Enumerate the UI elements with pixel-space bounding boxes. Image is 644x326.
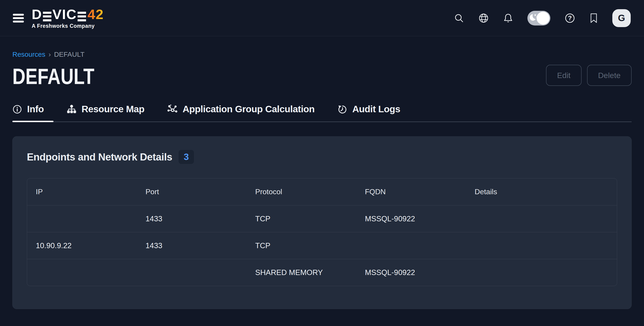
history-icon [338, 104, 347, 114]
table-header-row: IPPortProtocolFQDNDetails [27, 178, 617, 205]
table-row: 1433TCPMSSQL-90922 [27, 205, 617, 232]
table-cell: TCP [246, 232, 356, 259]
column-header: Port [137, 178, 246, 205]
help-icon[interactable]: ? [564, 13, 575, 24]
tab-info[interactable]: Info [12, 104, 54, 122]
brand-number: 42 [88, 8, 104, 21]
bookmark-icon[interactable] [590, 13, 598, 24]
edit-button[interactable]: Edit [546, 65, 582, 86]
table-cell: MSSQL-90922 [356, 205, 466, 232]
column-header: Protocol [246, 178, 356, 205]
table-cell [27, 205, 137, 232]
avatar-initial: G [618, 13, 625, 23]
breadcrumb: Resources › DEFAULT [12, 50, 632, 58]
avatar[interactable]: G [612, 9, 631, 27]
toggle-knob [536, 12, 550, 24]
main-content: Resources › DEFAULT DEFAULT Edit Delete … [0, 36, 644, 309]
page-title: DEFAULT [12, 64, 94, 89]
table-cell: TCP [246, 205, 356, 232]
brand-tagline: A Freshworks Company [32, 24, 104, 29]
delete-button[interactable]: Delete [587, 65, 632, 86]
endpoints-table-head: IPPortProtocolFQDNDetails [27, 178, 617, 205]
menu-icon[interactable] [13, 14, 24, 22]
tab-audit-logs[interactable]: Audit Logs [338, 104, 410, 122]
endpoints-table: IPPortProtocolFQDNDetails 1433TCPMSSQL-9… [27, 178, 617, 286]
tab-label: Application Group Calculation [182, 104, 314, 114]
bell-icon[interactable] [503, 13, 513, 24]
breadcrumb-resources-link[interactable]: Resources [12, 50, 45, 58]
tab-resource-map[interactable]: Resource Map [67, 104, 154, 122]
table-row: SHARED MEMORYMSSQL-90922 [27, 259, 617, 286]
column-header: FQDN [356, 178, 466, 205]
table-cell [27, 259, 137, 286]
breadcrumb-current: DEFAULT [54, 50, 84, 58]
tab-label: Resource Map [82, 104, 144, 114]
card-title: Endpoints and Network Details [27, 151, 172, 163]
tab-application-group-calculation[interactable]: Application Group Calculation [167, 104, 324, 122]
table-cell [466, 232, 617, 259]
stylized-e [43, 12, 52, 21]
column-header: Details [466, 178, 617, 205]
table-cell [356, 232, 466, 259]
circle-nodes-icon [167, 104, 178, 114]
breadcrumb-separator: › [48, 50, 51, 58]
table-cell: 1433 [137, 205, 246, 232]
endpoints-table-body: 1433TCPMSSQL-9092210.90.9.221433TCPSHARE… [27, 205, 617, 286]
table-cell [466, 205, 617, 232]
table-cell [466, 259, 617, 286]
brand-wordmark: DVIC42 [32, 8, 104, 21]
sitemap-icon [67, 104, 76, 114]
globe-icon[interactable] [478, 13, 489, 24]
tab-label: Info [27, 104, 44, 114]
info-circle-icon [12, 104, 22, 114]
search-icon[interactable] [454, 13, 464, 23]
column-header: IP [27, 178, 137, 205]
top-bar: DVIC42 A Freshworks Company [0, 0, 644, 36]
table-cell: SHARED MEMORY [246, 259, 356, 286]
table-cell [137, 259, 246, 286]
table-cell: 10.90.9.22 [27, 232, 137, 259]
count-badge: 3 [178, 150, 194, 164]
tab-label: Audit Logs [352, 104, 400, 114]
table-row: 10.90.9.221433TCP [27, 232, 617, 259]
table-cell: 1433 [137, 232, 246, 259]
table-cell: MSSQL-90922 [356, 259, 466, 286]
stylized-e [78, 12, 86, 21]
tab-bar: Info Resource Map [12, 104, 632, 122]
endpoints-card: Endpoints and Network Details 3 IPPortPr… [12, 136, 632, 309]
dark-mode-toggle[interactable] [528, 11, 550, 26]
device42-logo[interactable]: DVIC42 A Freshworks Company [32, 8, 104, 29]
svg-text:?: ? [568, 14, 572, 21]
